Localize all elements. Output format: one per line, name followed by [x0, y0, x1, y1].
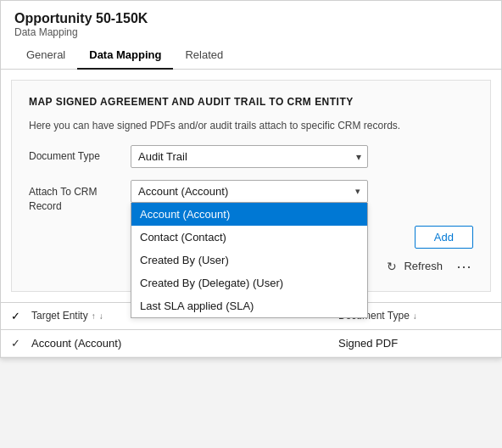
dropdown-item-created-by-delegate[interactable]: Created By (Delegate) (User)	[131, 272, 367, 294]
document-type-label: Document Type	[29, 145, 131, 162]
attach-to-crm-row: Attach To CRM Record Account (Account) ▾…	[29, 180, 473, 214]
add-button[interactable]: Add	[415, 226, 473, 249]
row-checkmark: ✓	[11, 337, 20, 350]
document-type-select-wrapper: Audit Trail Signed PDF	[131, 145, 368, 168]
table-row: ✓ Account (Account) Signed PDF	[1, 330, 501, 357]
col-target-entity-label: Target Entity	[31, 310, 88, 322]
check-icon: ✓	[11, 310, 20, 322]
attach-select-value: Account (Account)	[138, 185, 228, 198]
row-check: ✓	[11, 337, 31, 350]
title-bar: Opportunity 50-150K Data Mapping	[1, 1, 501, 42]
content-area: MAP SIGNED AGREEMENT AND AUDIT TRAIL TO …	[11, 80, 491, 292]
page-title: Opportunity 50-150K	[14, 11, 488, 26]
refresh-label[interactable]: Refresh	[404, 260, 443, 272]
row-entity: Account (Account)	[31, 337, 338, 350]
section-title: MAP SIGNED AGREEMENT AND AUDIT TRAIL TO …	[29, 96, 473, 108]
filter-doctype-icon[interactable]: ↓	[413, 311, 417, 321]
filter-entity-icon[interactable]: ↓	[99, 311, 103, 321]
tab-general[interactable]: General	[14, 42, 77, 70]
attach-to-crm-label: Attach To CRM Record	[29, 180, 131, 214]
tab-related[interactable]: Related	[173, 42, 235, 70]
document-type-row: Document Type Audit Trail Signed PDF	[29, 145, 473, 168]
dropdown-item-contact[interactable]: Contact (Contact)	[131, 226, 367, 249]
refresh-icon[interactable]: ↻	[387, 260, 397, 273]
main-window: Opportunity 50-150K Data Mapping General…	[0, 0, 502, 358]
tab-bar: General Data Mapping Related	[1, 42, 501, 70]
page-subtitle: Data Mapping	[14, 26, 488, 38]
dropdown-item-created-by[interactable]: Created By (User)	[131, 249, 367, 272]
tab-data-mapping[interactable]: Data Mapping	[77, 42, 173, 70]
col-check: ✓	[11, 310, 31, 322]
chevron-down-icon: ▾	[355, 186, 360, 197]
more-options-icon[interactable]: ⋯	[456, 257, 473, 276]
dropdown-item-account[interactable]: Account (Account)	[131, 203, 367, 226]
attach-control-area: Account (Account) ▾ Account (Account) Co…	[131, 180, 473, 203]
attach-select-box[interactable]: Account (Account) ▾	[131, 180, 368, 203]
section-description: Here you can have signed PDFs and/or aud…	[29, 120, 473, 132]
row-doctype: Signed PDF	[338, 337, 491, 350]
document-type-select[interactable]: Audit Trail Signed PDF	[131, 145, 368, 168]
attach-dropdown-list: Account (Account) Contact (Contact) Crea…	[131, 203, 368, 318]
dropdown-item-last-sla[interactable]: Last SLA applied (SLA)	[131, 294, 367, 317]
document-type-control: Audit Trail Signed PDF	[131, 145, 473, 168]
sort-asc-icon[interactable]: ↑	[92, 311, 96, 321]
